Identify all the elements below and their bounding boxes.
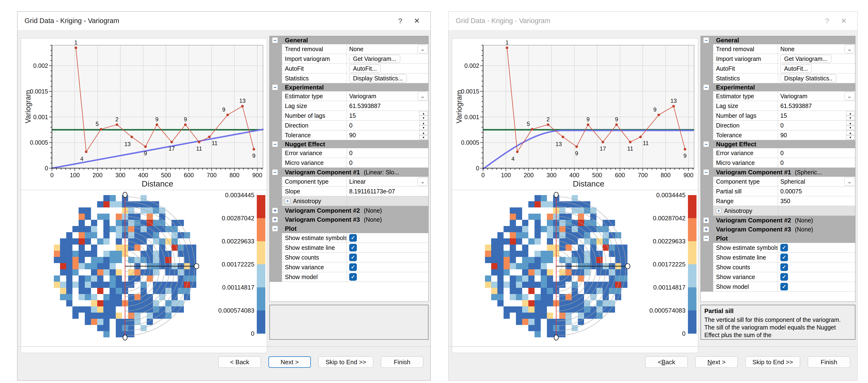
spin-value[interactable]: 90 — [780, 132, 787, 139]
expand-section-icon[interactable]: + — [703, 227, 709, 233]
text-value[interactable]: 8.191161173e-07 — [349, 188, 395, 195]
property-action-button[interactable]: Get Variogram... — [349, 55, 400, 63]
spinner-control[interactable]: ▲▼ — [419, 121, 428, 130]
text-value[interactable]: 0 — [349, 150, 352, 156]
collapse-section-icon[interactable]: − — [272, 226, 278, 232]
chevron-down-icon[interactable]: ⌄ — [417, 45, 428, 53]
spinner-control[interactable]: ▲▼ — [846, 121, 855, 130]
checkbox-checked[interactable]: ✓ — [349, 263, 357, 271]
spin-value[interactable]: 15 — [780, 112, 787, 119]
collapse-section-icon[interactable]: − — [272, 37, 278, 43]
checkbox-checked[interactable]: ✓ — [349, 244, 357, 251]
expand-section-icon[interactable]: + — [272, 217, 278, 223]
text-value[interactable]: 61.5393887 — [780, 103, 812, 109]
expand-anisotropy-icon[interactable]: + — [285, 198, 290, 204]
spinner-control[interactable]: ▲▼ — [846, 131, 855, 140]
spin-up-icon[interactable]: ▲ — [419, 131, 428, 135]
heatmap-cell — [510, 226, 516, 232]
direction-handle[interactable] — [194, 264, 199, 269]
spin-up-icon[interactable]: ▲ — [846, 131, 855, 135]
collapse-section-icon[interactable]: − — [272, 141, 278, 147]
combo-value[interactable]: None — [349, 46, 364, 53]
footer-button-finish[interactable]: Finish — [808, 356, 850, 368]
axis-handle-bottom[interactable] — [554, 335, 558, 340]
property-action-button[interactable]: AutoFit... — [349, 65, 381, 73]
checkbox-checked[interactable]: ✓ — [349, 273, 357, 281]
dialog-help-button[interactable]: ? — [819, 14, 835, 28]
footer-button-next[interactable]: Next > — [269, 356, 311, 368]
spin-up-icon[interactable]: ▲ — [419, 121, 428, 126]
spin-up-icon[interactable]: ▲ — [846, 111, 855, 116]
chevron-down-icon[interactable]: ⌄ — [417, 92, 428, 100]
spin-down-icon[interactable]: ▼ — [846, 135, 855, 140]
combo-value[interactable]: Variogram — [780, 93, 807, 100]
checkbox-checked[interactable]: ✓ — [349, 234, 357, 242]
chevron-down-icon[interactable]: ⌄ — [417, 177, 428, 186]
heatmap-cell — [153, 220, 159, 226]
dialog-close-button[interactable]: ✕ — [835, 14, 852, 28]
x-tick-label: 200 — [524, 172, 534, 178]
property-action-button[interactable]: AutoFit... — [780, 65, 812, 73]
combo-value[interactable]: Spherical — [780, 178, 805, 185]
collapse-section-icon[interactable]: − — [703, 169, 709, 175]
spin-down-icon[interactable]: ▼ — [419, 126, 428, 130]
axis-handle-bottom[interactable] — [123, 335, 127, 340]
spin-down-icon[interactable]: ▼ — [419, 116, 428, 120]
spin-down-icon[interactable]: ▼ — [846, 116, 855, 120]
dialog-close-button[interactable]: ✕ — [408, 14, 425, 28]
text-value[interactable]: 0 — [780, 150, 784, 156]
text-value[interactable]: 350 — [780, 198, 790, 205]
footer-button-skiptoend[interactable]: Skip to End >> — [745, 356, 800, 368]
chevron-down-icon[interactable]: ⌄ — [844, 92, 855, 100]
direction-handle[interactable] — [625, 264, 630, 269]
property-label: Statistics — [282, 73, 347, 83]
property-action-button[interactable]: Display Statistics... — [349, 74, 407, 82]
collapse-section-icon[interactable]: − — [703, 84, 709, 91]
dialog-help-button[interactable]: ? — [392, 14, 408, 28]
chevron-down-icon[interactable]: ⌄ — [844, 177, 855, 186]
checkbox-checked[interactable]: ✓ — [780, 263, 788, 271]
spin-value[interactable]: 15 — [349, 112, 356, 119]
text-value[interactable]: 0.00075 — [780, 188, 802, 195]
checkbox-checked[interactable]: ✓ — [780, 244, 788, 251]
collapse-section-icon[interactable]: − — [703, 141, 709, 147]
footer-button-back[interactable]: < Back — [645, 356, 688, 368]
checkbox-checked[interactable]: ✓ — [780, 253, 788, 261]
expand-anisotropy-icon[interactable]: + — [716, 208, 721, 213]
combo-value[interactable]: None — [780, 46, 795, 53]
combo-value[interactable]: Variogram — [349, 93, 376, 100]
footer-button-skiptoend[interactable]: Skip to End >> — [318, 356, 373, 368]
checkbox-checked[interactable]: ✓ — [349, 253, 357, 261]
spin-value[interactable]: 0 — [780, 122, 784, 129]
experimental-point — [684, 148, 686, 150]
collapse-section-icon[interactable]: − — [703, 236, 709, 241]
collapse-section-icon[interactable]: − — [703, 37, 709, 43]
spinner-control[interactable]: ▲▼ — [419, 131, 428, 140]
expand-section-icon[interactable]: + — [272, 208, 278, 214]
spin-down-icon[interactable]: ▼ — [846, 126, 855, 130]
spin-value[interactable]: 0 — [349, 122, 352, 129]
spinner-control[interactable]: ▲▼ — [419, 111, 428, 120]
footer-button-finish[interactable]: Finish — [381, 356, 423, 368]
spin-value[interactable]: 90 — [349, 132, 356, 139]
expand-section-icon[interactable]: + — [703, 217, 709, 223]
combo-value[interactable]: Linear — [349, 178, 366, 185]
spinner-control[interactable]: ▲▼ — [846, 111, 855, 120]
collapse-section-icon[interactable]: − — [272, 169, 278, 175]
property-action-button[interactable]: Display Statistics.. — [780, 74, 836, 82]
collapse-section-icon[interactable]: − — [272, 84, 278, 91]
chevron-down-icon[interactable]: ⌄ — [844, 45, 855, 53]
footer-button-back[interactable]: < Back — [218, 356, 261, 368]
spin-down-icon[interactable]: ▼ — [419, 135, 428, 140]
checkbox-checked[interactable]: ✓ — [780, 273, 788, 281]
property-action-button[interactable]: Get Variogram... — [780, 55, 831, 63]
text-value[interactable]: 0 — [349, 160, 352, 166]
spin-up-icon[interactable]: ▲ — [846, 121, 855, 126]
text-value[interactable]: 0 — [780, 160, 784, 166]
footer-button-next[interactable]: Next > — [695, 356, 738, 368]
axis-handle-top[interactable] — [123, 192, 127, 198]
spin-up-icon[interactable]: ▲ — [419, 111, 428, 116]
checkbox-checked[interactable]: ✓ — [780, 283, 788, 290]
text-value[interactable]: 61.5393887 — [349, 103, 381, 109]
axis-handle-top[interactable] — [554, 192, 558, 198]
